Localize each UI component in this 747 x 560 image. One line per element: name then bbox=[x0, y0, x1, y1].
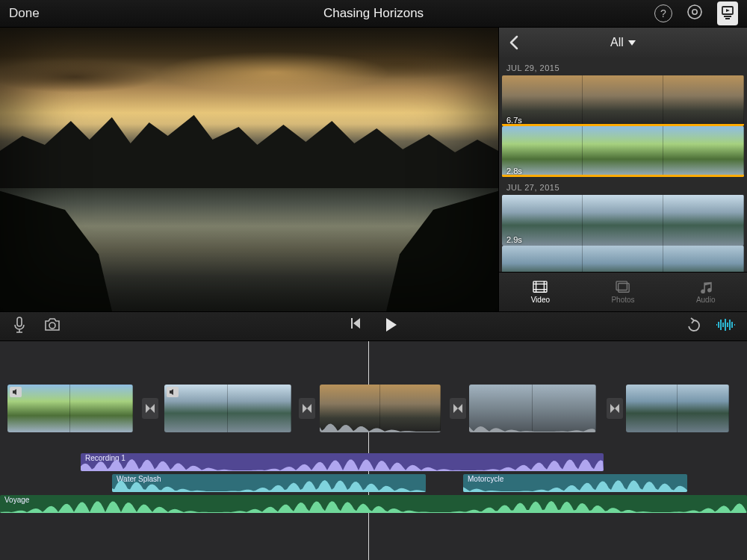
skip-back-icon[interactable] bbox=[348, 317, 362, 336]
browser-back-button[interactable] bbox=[499, 28, 529, 57]
browser-tab-audio[interactable]: Audio bbox=[664, 273, 747, 311]
timeline-video-clip[interactable] bbox=[626, 385, 729, 432]
settings-icon[interactable] bbox=[686, 3, 704, 24]
transition-button[interactable] bbox=[142, 398, 158, 419]
timeline-video-clip[interactable] bbox=[7, 385, 133, 432]
timeline-video-clip[interactable] bbox=[164, 385, 291, 432]
browser-tab-photos[interactable]: Photos bbox=[582, 273, 665, 311]
share-icon[interactable] bbox=[717, 1, 738, 25]
media-date-label: JUL 29, 2015 bbox=[499, 57, 747, 75]
help-icon[interactable]: ? bbox=[654, 4, 672, 22]
video-track bbox=[0, 385, 747, 437]
done-button[interactable]: Done bbox=[9, 6, 40, 21]
timeline-audio-clip[interactable]: Voyage bbox=[0, 495, 747, 513]
media-clip[interactable] bbox=[502, 246, 744, 272]
browser-tab-label: Video bbox=[531, 296, 550, 304]
media-clip[interactable]: 6.7s bbox=[502, 75, 744, 126]
timeline[interactable]: Recording 1Water SplashMotorcycleVoyage bbox=[0, 341, 747, 560]
selection-bar bbox=[502, 175, 744, 177]
transition-button[interactable] bbox=[607, 398, 623, 419]
media-filter-dropdown[interactable]: All bbox=[529, 36, 717, 49]
mute-icon bbox=[10, 387, 22, 397]
preview-viewer[interactable] bbox=[0, 28, 498, 311]
svg-point-1 bbox=[692, 10, 697, 14]
media-clip[interactable]: 2.8s bbox=[502, 126, 744, 177]
clip-duration: 2.9s bbox=[506, 235, 522, 244]
browser-tab-label: Audio bbox=[696, 296, 716, 304]
timeline-audio-clip[interactable]: Motorcycle bbox=[463, 474, 687, 492]
timeline-video-clip[interactable] bbox=[469, 385, 596, 432]
browser-tab-video[interactable]: Video bbox=[499, 273, 582, 311]
media-clip[interactable]: 2.9s bbox=[502, 195, 744, 246]
mute-icon bbox=[167, 387, 179, 397]
media-date-label: JUL 27, 2015 bbox=[499, 177, 747, 195]
timeline-audio-clip[interactable]: Water Splash bbox=[112, 474, 426, 492]
transition-button[interactable] bbox=[299, 398, 315, 419]
project-title: Chasing Horizons bbox=[0, 6, 747, 21]
timeline-audio-clip[interactable]: Recording 1 bbox=[81, 453, 604, 471]
app-header: Done Chasing Horizons ? bbox=[0, 0, 747, 28]
transport-bar bbox=[0, 311, 747, 341]
transition-button[interactable] bbox=[450, 398, 466, 419]
media-filter-label: All bbox=[610, 36, 624, 49]
play-button[interactable] bbox=[382, 317, 399, 336]
media-browser: All JUL 29, 20156.7s2.8sJUL 27, 20152.9s… bbox=[498, 28, 747, 311]
browser-tab-label: Photos bbox=[611, 296, 634, 304]
svg-rect-3 bbox=[533, 281, 547, 292]
playhead-line bbox=[368, 341, 369, 560]
chevron-down-icon bbox=[628, 40, 636, 46]
timeline-video-clip[interactable] bbox=[320, 385, 441, 432]
svg-point-0 bbox=[688, 5, 701, 19]
